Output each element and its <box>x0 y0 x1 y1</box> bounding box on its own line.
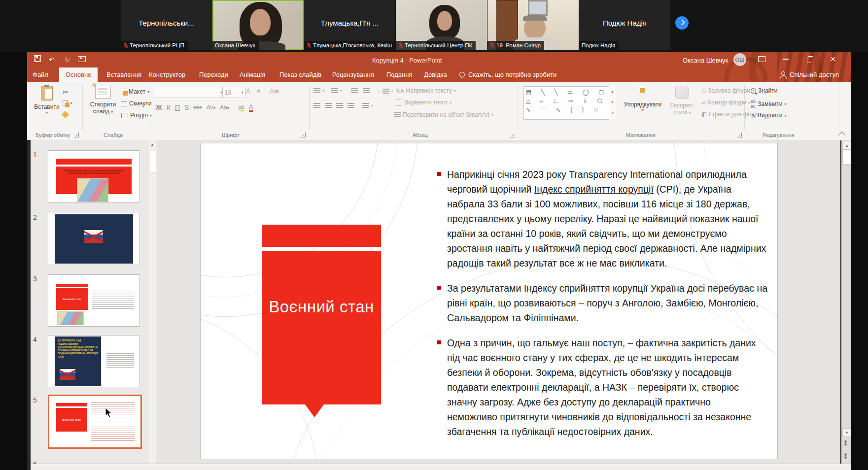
collapse-ribbon-button[interactable] <box>838 132 845 138</box>
close-button[interactable]: × <box>825 52 841 67</box>
cut-button[interactable]: ✂ <box>63 88 69 96</box>
font-size-combo[interactable]: 18▾ <box>222 87 246 98</box>
slide-title-box-shape[interactable]: Воєнний стан <box>262 251 381 404</box>
highlight-button[interactable]: ab <box>239 104 244 111</box>
bold-button[interactable]: Ж <box>156 103 162 111</box>
strikethrough-button[interactable]: abc <box>193 104 202 110</box>
grow-font-button[interactable]: А́ <box>246 88 250 95</box>
shape-outline-button[interactable]: ▱Контур фігури▾ <box>701 99 750 106</box>
align-right-button[interactable] <box>336 103 343 108</box>
slide-title-bar-shape[interactable] <box>262 225 381 247</box>
increase-indent-button[interactable] <box>363 88 370 93</box>
restore-button[interactable] <box>801 53 818 67</box>
align-text-button[interactable]: Вирівняти текст▾ <box>396 99 451 106</box>
bullet-paragraph-2[interactable]: За результатами Індексу сприйняття коруп… <box>437 281 738 325</box>
paste-button[interactable]: Вставити ▾ <box>34 86 60 115</box>
align-center-button[interactable] <box>325 103 332 108</box>
tab-design[interactable]: Конструктор <box>148 67 186 82</box>
participant-tile-video[interactable]: Оксана Шевчук <box>212 0 304 50</box>
scrollbar-thumb[interactable] <box>842 150 851 165</box>
participant-tile[interactable]: Тернопільськи... Тернопільський РЦП <box>121 0 212 50</box>
bullets-button[interactable]: ▾ <box>313 88 324 93</box>
ribbon-display-options-button[interactable] <box>753 52 770 67</box>
format-painter-button[interactable] <box>63 112 68 117</box>
participant-tile[interactable]: Подюк Надія Подюк Надія <box>579 0 670 50</box>
tab-view[interactable]: Подання <box>385 67 414 82</box>
clipboard-dialog-launcher[interactable] <box>74 133 79 137</box>
font-name-combo[interactable]: ▾ <box>154 87 225 98</box>
tab-animations[interactable]: Анімація <box>239 67 266 82</box>
numbering-icon <box>331 88 338 93</box>
arrange-button[interactable]: Упорядкувати ▾ <box>621 86 665 112</box>
reset-button[interactable]: Скинути <box>121 100 151 107</box>
replace-button[interactable]: abacЗамінити▾ <box>751 99 786 109</box>
scroll-up-button[interactable]: ▲ <box>842 141 851 150</box>
layout-button[interactable]: Макет▾ <box>121 88 149 95</box>
paragraph-dialog-launcher[interactable] <box>510 133 515 137</box>
undo-button[interactable]: ↶▾ <box>49 56 57 64</box>
tab-insert[interactable]: Вставлення <box>105 67 142 82</box>
shapes-gallery[interactable]: ▤ ╲ ╲ ▭ ◯ ▢ △ ⌐ ∟ ⇨ ⇩ ⬠ ∿ ⌒ ∿ { } ☆ <box>523 86 609 120</box>
shape-fill-button[interactable]: ◇Заливка фігури▾ <box>701 87 754 94</box>
underline-button[interactable]: П <box>175 103 180 111</box>
select-button[interactable]: ↖Виділити▾ <box>751 112 786 119</box>
tab-review[interactable]: Рецензування <box>331 67 375 82</box>
tab-file[interactable]: Файл <box>32 67 49 82</box>
change-case-button[interactable]: Aa▾ <box>220 104 229 111</box>
copy-button[interactable]: ▾ <box>63 100 72 106</box>
tab-slideshow[interactable]: Показ слайдів <box>278 67 322 82</box>
decrease-indent-button[interactable] <box>351 88 358 93</box>
shrink-font-button[interactable]: А̌ <box>257 88 260 94</box>
font-color-button[interactable]: А <box>249 103 253 112</box>
slide-thumbnail-1[interactable]: Фінансовий контроль як інструмент антико… <box>48 150 140 202</box>
character-spacing-button[interactable]: AV▾ <box>207 104 215 110</box>
participant-tile[interactable]: Тлумацька,П'я ... Тлумацька,П'ясковська,… <box>304 0 395 50</box>
start-slideshow-button[interactable] <box>78 56 86 64</box>
numbering-button[interactable]: ▾ <box>331 88 342 93</box>
tab-transitions[interactable]: Переходи <box>198 67 229 82</box>
participant-tile-video[interactable]: 19_Роман Снігур <box>487 0 579 50</box>
share-button[interactable]: Спільний доступ <box>779 67 840 82</box>
quick-styles-button[interactable]: Експрес- стилі ▾ <box>667 86 697 116</box>
slide-thumbnail-2[interactable] <box>48 213 140 265</box>
section-button[interactable]: Розділ▾ <box>121 112 152 119</box>
slide-title[interactable]: Воєнний стан <box>262 298 381 316</box>
redo-button[interactable]: ↻ <box>65 56 70 64</box>
scrollbar-thumb[interactable] <box>150 151 156 172</box>
convert-smartart-button[interactable]: Перетворити на об'єкт SmartArt▾ <box>394 111 493 118</box>
text-shadow-button[interactable]: S <box>184 103 189 111</box>
find-button[interactable]: Знайти <box>751 87 777 94</box>
columns-button[interactable]: ▾ <box>362 103 373 108</box>
text-direction-button[interactable]: ⇅AНапрямок тексту▾ <box>396 87 456 94</box>
customize-qat-button[interactable]: ▿ <box>94 56 96 64</box>
participant-tile-video[interactable]: Тернопільський Центр ПК <box>396 0 487 50</box>
slide-thumbnail-5-selected[interactable]: Воєнний стан <box>48 395 142 449</box>
slide-thumbnail-4[interactable]: ДО ПЕРЕМОГИ НАД РАШИСТСЬКИМИ ЗАГАРБНИКАМ… <box>48 335 140 387</box>
align-left-button[interactable] <box>313 103 320 108</box>
tab-help[interactable]: Довідка <box>423 67 448 82</box>
new-slide-button[interactable]: Створити слайд ▾ <box>87 86 119 115</box>
line-spacing-button[interactable]: ↕▾ <box>378 88 393 94</box>
minimize-button[interactable] <box>777 52 794 67</box>
italic-button[interactable]: К <box>167 103 171 111</box>
previous-slide-button[interactable]: ▲▲ <box>843 439 847 445</box>
main-scrollbar[interactable]: ▲ ▼ ▲▲ ▼▼ <box>841 140 851 470</box>
shapes-gallery-scroll[interactable]: ▲▼≡ <box>609 86 616 119</box>
slide-thumbnail-3[interactable]: Воєнний стан <box>48 274 140 327</box>
slide-5-canvas[interactable]: Воєнний стан Наприкінці січня 2023 року … <box>200 143 778 459</box>
avatar[interactable]: ОШ <box>733 53 746 66</box>
next-participants-button[interactable] <box>675 16 689 30</box>
slide-body-text[interactable]: Наприкінці січня 2023 року Transparency … <box>437 167 738 449</box>
bullet-paragraph-1[interactable]: Наприкінці січня 2023 року Transparency … <box>437 167 738 270</box>
save-button[interactable] <box>34 55 41 64</box>
tab-home[interactable]: Основне <box>59 67 98 82</box>
justify-button[interactable] <box>347 103 354 108</box>
clear-formatting-button[interactable]: А <box>270 88 278 95</box>
scroll-down-button[interactable]: ▼ <box>842 428 851 437</box>
drawing-dialog-launcher[interactable] <box>737 133 742 137</box>
font-dialog-launcher[interactable] <box>301 133 306 137</box>
thumbnail-scrollbar[interactable]: ▲ <box>149 141 156 469</box>
tell-me-box[interactable]: Скажіть, що потрібно зробити <box>458 67 557 82</box>
next-slide-button[interactable]: ▼▼ <box>843 453 847 459</box>
bullet-paragraph-3[interactable]: Одна з причин, що гальмує наш поступ, – … <box>437 336 738 439</box>
